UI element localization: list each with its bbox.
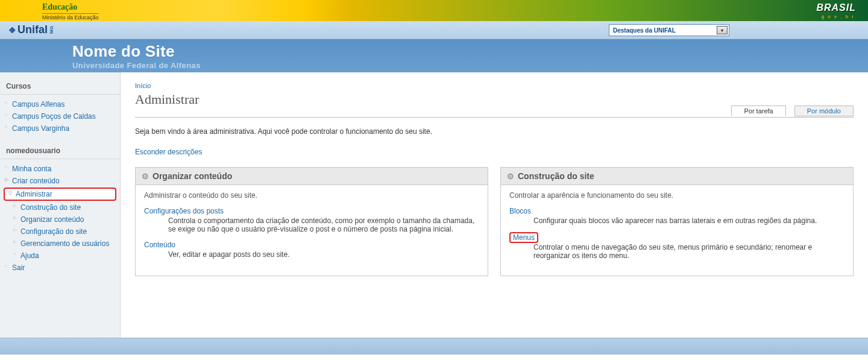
tab-por-tarefa[interactable]: Por tarefa: [731, 106, 785, 116]
gov-brand-sub: g o v . b r: [822, 14, 855, 19]
sidebar-item-campus-alfenas[interactable]: Campus Alfenas: [0, 98, 120, 110]
panel-construcao-site: ⚙ Construção do site Controlar a aparênc…: [500, 167, 854, 276]
panel-organizar-conteudo: ⚙ Organizar conteúdo Administrar o conte…: [135, 167, 488, 276]
sidebar-sub-gerenciar[interactable]: Gerenciamento de usuários: [0, 238, 120, 250]
sidebar: Cursos Campus Alfenas Campus Poços de Ca…: [0, 72, 121, 338]
sidebar-sub-ajuda[interactable]: Ajuda: [0, 250, 120, 262]
hide-descriptions-link[interactable]: Esconder descrições: [135, 148, 202, 156]
link-menus[interactable]: Menus: [513, 233, 535, 242]
panel-title-organizar: Organizar conteúdo: [153, 171, 232, 181]
sidebar-item-administrar[interactable]: Administrar: [4, 188, 116, 201]
unifal-logo[interactable]: ❖ Unifal MG: [8, 24, 55, 36]
highlights-dropdown[interactable]: Destaques da UNIFAL: [609, 24, 729, 36]
sidebar-sub-construcao[interactable]: Construção do site: [0, 201, 120, 213]
breadcrumb[interactable]: Início: [135, 82, 854, 89]
highlights-label: Destaques da UNIFAL: [613, 27, 676, 34]
sidebar-item-minha-conta[interactable]: Minha conta: [0, 163, 120, 175]
title-bar: Nome do Site Universidade Federal de Alf…: [0, 39, 868, 72]
sidebar-group-user: nomedousuario: [0, 143, 120, 159]
unifal-name: Unifal: [17, 24, 48, 36]
highlight-box-menus: Menus: [509, 232, 538, 243]
gear-icon: ⚙: [142, 172, 149, 181]
footer-bar: [0, 338, 868, 355]
desc-menus: Controlar o menu de navegação do seu sit…: [533, 243, 844, 260]
unifal-bar: ❖ Unifal MG Destaques da UNIFAL: [0, 21, 868, 39]
star-icon: ❖: [8, 25, 16, 35]
link-blocos[interactable]: Blocos: [509, 207, 531, 215]
link-config-posts[interactable]: Configurações dos posts: [144, 207, 224, 215]
intro-text: Seja bem vindo à área administrativa. Aq…: [135, 127, 854, 136]
tab-por-modulo[interactable]: Por módulo: [794, 106, 854, 116]
link-conteudo[interactable]: Conteúdo: [144, 241, 175, 249]
sidebar-item-sair[interactable]: Sair: [0, 262, 120, 274]
gear-icon: ⚙: [507, 172, 514, 181]
sidebar-sub-organizar[interactable]: Organizar conteúdo: [0, 213, 120, 226]
sidebar-item-criar-conteudo[interactable]: Criar conteúdo: [0, 175, 120, 187]
main-content: Início Administrar Por tarefa Por módulo…: [121, 72, 868, 338]
sidebar-group-cursos: Cursos: [0, 78, 120, 95]
gov-brand[interactable]: BRASIL: [816, 2, 856, 13]
sidebar-item-campus-pocos[interactable]: Campus Poços de Caldas: [0, 110, 120, 122]
desc-config-posts: Controla o comportamento da criação de c…: [168, 216, 479, 233]
sidebar-item-campus-varginha[interactable]: Campus Varginha: [0, 122, 120, 134]
chevron-down-icon[interactable]: [717, 26, 728, 34]
tabs-separator: Por tarefa Por módulo: [135, 117, 854, 118]
gov-dept: Educação: [42, 2, 77, 12]
panel-subtitle-construcao: Controlar a aparência e funcionamento do…: [509, 191, 844, 200]
gov-ministry: Ministério da Educação: [42, 13, 99, 21]
desc-conteudo: Ver, editar e apagar posts do seu site.: [168, 250, 479, 259]
panel-subtitle-organizar: Administrar o conteúdo do seu site.: [144, 191, 479, 200]
site-subtitle: Universidade Federal de Alfenas: [72, 61, 868, 70]
panel-title-construcao: Construção do site: [518, 171, 594, 181]
desc-blocos: Configurar quais blocos vão aparecer nas…: [533, 216, 844, 225]
site-title[interactable]: Nome do Site: [72, 42, 868, 61]
sidebar-sub-config[interactable]: Configuração do site: [0, 226, 120, 238]
gov-top-bar: Educação Ministério da Educação BRASIL g…: [0, 0, 868, 21]
unifal-region: MG: [49, 26, 54, 34]
